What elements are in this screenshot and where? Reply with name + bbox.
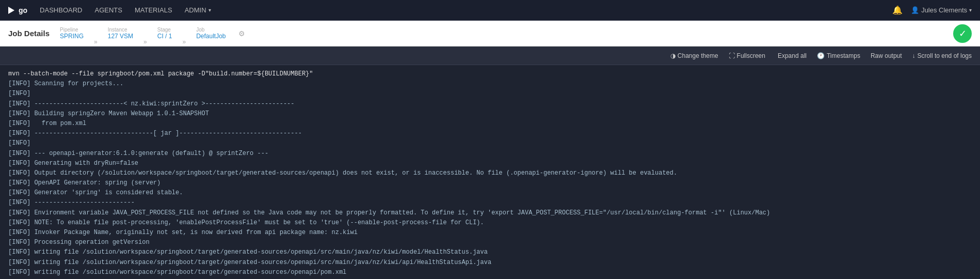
notifications-icon[interactable]: 🔔 <box>892 5 903 15</box>
scroll-to-end-button[interactable]: ↓ Scroll to end of logs <box>912 52 972 59</box>
log-line: [INFO] Environment variable JAVA_POST_PR… <box>8 208 972 218</box>
log-content[interactable]: mvn --batch-mode --file springboot/pom.x… <box>0 65 980 279</box>
log-line: [INFO] OpenAPI Generator: spring (server… <box>8 178 972 188</box>
scroll-to-end-label: Scroll to end of logs <box>918 52 972 59</box>
log-line: [INFO] Scanning for projects... <box>8 79 972 89</box>
pipeline-label: Pipeline <box>60 27 84 33</box>
theme-icon: ◑ <box>670 52 676 59</box>
scroll-icon: ↓ <box>912 52 915 59</box>
instance-section: Instance 127 VSM <box>108 27 133 40</box>
log-line: mvn --batch-mode --file springboot/pom.x… <box>8 69 972 79</box>
pipeline-value[interactable]: SPRING <box>60 33 84 40</box>
nav-dashboard[interactable]: DASHBOARD <box>40 6 82 14</box>
user-icon: 👤 <box>911 6 919 14</box>
nav-admin-label: ADMIN <box>185 6 206 14</box>
nav-agents[interactable]: AGENTS <box>94 6 122 14</box>
success-badge: ✓ <box>953 24 972 43</box>
instance-value[interactable]: 127 VSM <box>108 33 133 40</box>
log-line: [INFO] NOTE: To enable file post-process… <box>8 218 972 228</box>
log-line: [INFO] --- openapi-generator:6.1.0:gener… <box>8 149 972 159</box>
user-menu[interactable]: 👤 Jules Clements ▾ <box>911 6 972 14</box>
stage-label: Stage <box>157 27 172 33</box>
instance-label: Instance <box>108 27 133 33</box>
raw-output-button[interactable]: Raw output <box>871 52 902 59</box>
job-details-title: Job Details <box>8 29 50 38</box>
log-line: [INFO] Generator 'spring' is considered … <box>8 188 972 198</box>
job-value[interactable]: DefaultJob <box>196 33 226 40</box>
fullscreen-icon: ⛶ <box>729 52 735 59</box>
logo[interactable]: go <box>8 6 27 14</box>
nav-right: 🔔 👤 Jules Clements ▾ <box>892 5 972 15</box>
log-line: [INFO] from pom.xml <box>8 119 972 129</box>
stage-section: Stage CI / 1 <box>157 27 172 40</box>
timestamps-icon: 🕐 <box>817 52 825 59</box>
log-line: [INFO] writing file /solution/workspace/… <box>8 247 972 257</box>
timestamps-label: Timestamps <box>827 52 860 59</box>
nav-admin[interactable]: ADMIN ▾ <box>185 6 211 14</box>
log-line: [INFO] <box>8 89 972 99</box>
pipeline-section: Pipeline SPRING <box>60 27 84 40</box>
job-section: Job DefaultJob <box>196 27 226 40</box>
chevron-2: » <box>143 38 147 46</box>
expand-all-button[interactable]: Expand all <box>776 52 807 59</box>
log-line: [INFO] writing file /solution/workspace/… <box>8 258 972 268</box>
fullscreen-label: Fullscreen <box>737 52 765 59</box>
raw-output-label: Raw output <box>871 52 902 59</box>
log-line: [INFO] <box>8 138 972 148</box>
top-nav: go DASHBOARD AGENTS MATERIALS ADMIN ▾ 🔔 … <box>0 0 980 21</box>
settings-icon[interactable]: ⚙ <box>238 29 245 38</box>
logo-text: go <box>19 6 27 14</box>
stage-value[interactable]: CI / 1 <box>157 33 172 40</box>
fullscreen-button[interactable]: ⛶ Fullscreen <box>729 52 765 59</box>
admin-dropdown-icon: ▾ <box>208 7 211 13</box>
play-icon <box>8 7 14 14</box>
log-line: [INFO] Generating with dryRun=false <box>8 159 972 168</box>
log-line: [INFO] Invoker Package Name, originally … <box>8 228 972 238</box>
log-line: [INFO] Building springZero Maven Webapp … <box>8 109 972 119</box>
log-line: [INFO] Processing operation getVersion <box>8 238 972 247</box>
change-theme-label: Change theme <box>678 52 718 59</box>
nav-materials[interactable]: MATERIALS <box>135 6 172 14</box>
log-line: [INFO] Output directory (/solution/works… <box>8 168 972 178</box>
job-label: Job <box>196 27 226 33</box>
chevron-1: » <box>94 38 98 46</box>
log-line: [INFO] --------------------------- <box>8 198 972 208</box>
log-line: [INFO] ------------------------< nz.kiwi… <box>8 99 972 109</box>
log-line: [INFO] --------------------------------[… <box>8 129 972 138</box>
user-name: Jules Clements <box>921 6 967 14</box>
timestamps-button[interactable]: 🕐 Timestamps <box>817 52 860 59</box>
expand-all-label: Expand all <box>778 52 807 59</box>
chevron-3: » <box>182 38 186 46</box>
job-details-bar: Job Details Pipeline SPRING » Instance 1… <box>0 21 980 47</box>
change-theme-button[interactable]: ◑ Change theme <box>670 52 718 59</box>
log-toolbar: ◑ Change theme ⛶ Fullscreen Expand all 🕐… <box>0 47 980 65</box>
log-line: [INFO] writing file /solution/workspace/… <box>8 268 972 277</box>
user-dropdown-icon: ▾ <box>969 7 972 13</box>
